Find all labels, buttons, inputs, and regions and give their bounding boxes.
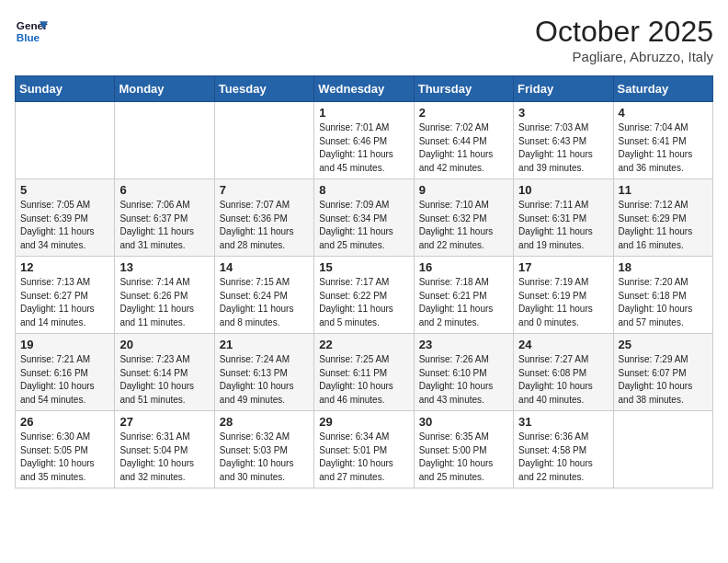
- table-row: 19 Sunrise: 7:21 AMSunset: 6:16 PMDaylig…: [16, 334, 115, 411]
- header-tuesday: Tuesday: [214, 76, 313, 102]
- table-row: 27 Sunrise: 6:31 AMSunset: 5:04 PMDaylig…: [115, 411, 214, 488]
- table-row: 12 Sunrise: 7:13 AMSunset: 6:27 PMDaylig…: [16, 257, 115, 334]
- day-number: 16: [419, 260, 508, 274]
- day-number: 10: [518, 183, 608, 197]
- day-info: Sunrise: 7:12 AMSunset: 6:29 PMDaylight:…: [619, 200, 693, 250]
- day-info: Sunrise: 6:36 AMSunset: 4:58 PMDaylight:…: [518, 431, 593, 482]
- table-row: 29 Sunrise: 6:34 AMSunset: 5:01 PMDaylig…: [314, 411, 414, 488]
- day-number: 29: [319, 415, 408, 429]
- day-number: 5: [20, 183, 109, 197]
- svg-text:Blue: Blue: [17, 31, 40, 43]
- header-friday: Friday: [514, 76, 613, 102]
- day-number: 22: [319, 338, 408, 351]
- day-info: Sunrise: 7:13 AMSunset: 6:27 PMDaylight:…: [20, 277, 95, 327]
- day-info: Sunrise: 7:26 AMSunset: 6:10 PMDaylight:…: [419, 354, 494, 405]
- table-row: 8 Sunrise: 7:09 AMSunset: 6:34 PMDayligh…: [314, 179, 414, 257]
- day-number: 28: [220, 415, 309, 429]
- day-info: Sunrise: 7:15 AMSunset: 6:24 PMDaylight:…: [220, 277, 294, 327]
- header-wednesday: Wednesday: [314, 76, 414, 102]
- day-number: 2: [419, 106, 508, 120]
- day-info: Sunrise: 7:01 AMSunset: 6:46 PMDaylight:…: [319, 122, 393, 173]
- table-row: 4 Sunrise: 7:04 AMSunset: 6:41 PMDayligh…: [613, 102, 712, 179]
- day-number: 12: [20, 260, 109, 274]
- day-number: 27: [119, 415, 209, 429]
- day-info: Sunrise: 7:14 AMSunset: 6:26 PMDaylight:…: [119, 277, 194, 327]
- day-number: 17: [518, 260, 608, 274]
- header-thursday: Thursday: [414, 76, 513, 102]
- calendar-week-row: 1 Sunrise: 7:01 AMSunset: 6:46 PMDayligh…: [16, 102, 713, 179]
- table-row: 10 Sunrise: 7:11 AMSunset: 6:31 PMDaylig…: [514, 179, 613, 257]
- table-row: 17 Sunrise: 7:19 AMSunset: 6:19 PMDaylig…: [514, 257, 613, 334]
- day-number: 31: [518, 415, 608, 429]
- table-row: [214, 102, 313, 179]
- table-row: 9 Sunrise: 7:10 AMSunset: 6:32 PMDayligh…: [414, 179, 513, 257]
- table-row: 5 Sunrise: 7:05 AMSunset: 6:39 PMDayligh…: [16, 179, 115, 257]
- day-info: Sunrise: 7:20 AMSunset: 6:18 PMDaylight:…: [619, 277, 693, 327]
- day-number: 15: [319, 260, 408, 274]
- day-info: Sunrise: 7:18 AMSunset: 6:21 PMDaylight:…: [419, 277, 494, 327]
- day-number: 4: [619, 106, 708, 120]
- day-number: 25: [619, 338, 708, 351]
- day-number: 21: [220, 338, 309, 351]
- day-info: Sunrise: 7:04 AMSunset: 6:41 PMDaylight:…: [619, 122, 693, 173]
- day-info: Sunrise: 7:07 AMSunset: 6:36 PMDaylight:…: [220, 200, 294, 250]
- day-info: Sunrise: 7:19 AMSunset: 6:19 PMDaylight:…: [518, 277, 593, 327]
- title-block: October 2025 Pagliare, Abruzzo, Italy: [535, 15, 713, 64]
- day-number: 30: [419, 415, 508, 429]
- page-header: General Blue October 2025 Pagliare, Abru…: [15, 15, 713, 64]
- table-row: 6 Sunrise: 7:06 AMSunset: 6:37 PMDayligh…: [115, 179, 214, 257]
- day-info: Sunrise: 7:23 AMSunset: 6:14 PMDaylight:…: [119, 354, 194, 405]
- table-row: 20 Sunrise: 7:23 AMSunset: 6:14 PMDaylig…: [115, 334, 214, 411]
- day-info: Sunrise: 7:27 AMSunset: 6:08 PMDaylight:…: [518, 354, 593, 405]
- table-row: 31 Sunrise: 6:36 AMSunset: 4:58 PMDaylig…: [514, 411, 613, 488]
- day-info: Sunrise: 7:21 AMSunset: 6:16 PMDaylight:…: [20, 354, 95, 405]
- table-row: 14 Sunrise: 7:15 AMSunset: 6:24 PMDaylig…: [214, 257, 313, 334]
- day-number: 24: [518, 338, 608, 351]
- day-info: Sunrise: 6:35 AMSunset: 5:00 PMDaylight:…: [419, 431, 494, 482]
- table-row: 1 Sunrise: 7:01 AMSunset: 6:46 PMDayligh…: [314, 102, 414, 179]
- table-row: [613, 411, 712, 488]
- day-info: Sunrise: 7:06 AMSunset: 6:37 PMDaylight:…: [119, 200, 194, 250]
- calendar-week-row: 19 Sunrise: 7:21 AMSunset: 6:16 PMDaylig…: [16, 334, 713, 411]
- day-number: 11: [619, 183, 708, 197]
- day-number: 3: [518, 106, 608, 120]
- day-info: Sunrise: 7:25 AMSunset: 6:11 PMDaylight:…: [319, 354, 393, 405]
- calendar-week-row: 5 Sunrise: 7:05 AMSunset: 6:39 PMDayligh…: [16, 179, 713, 257]
- day-number: 9: [419, 183, 508, 197]
- table-row: [16, 102, 115, 179]
- day-info: Sunrise: 7:11 AMSunset: 6:31 PMDaylight:…: [518, 200, 593, 250]
- header-saturday: Saturday: [613, 76, 712, 102]
- calendar-table: Sunday Monday Tuesday Wednesday Thursday…: [15, 75, 713, 488]
- day-info: Sunrise: 7:24 AMSunset: 6:13 PMDaylight:…: [220, 354, 294, 405]
- table-row: 15 Sunrise: 7:17 AMSunset: 6:22 PMDaylig…: [314, 257, 414, 334]
- calendar-header-row: Sunday Monday Tuesday Wednesday Thursday…: [16, 76, 713, 102]
- day-number: 19: [20, 338, 109, 351]
- table-row: 23 Sunrise: 7:26 AMSunset: 6:10 PMDaylig…: [414, 334, 513, 411]
- calendar-week-row: 12 Sunrise: 7:13 AMSunset: 6:27 PMDaylig…: [16, 257, 713, 334]
- day-info: Sunrise: 7:03 AMSunset: 6:43 PMDaylight:…: [518, 122, 593, 173]
- day-number: 8: [319, 183, 408, 197]
- table-row: 13 Sunrise: 7:14 AMSunset: 6:26 PMDaylig…: [115, 257, 214, 334]
- table-row: 18 Sunrise: 7:20 AMSunset: 6:18 PMDaylig…: [613, 257, 712, 334]
- day-number: 23: [419, 338, 508, 351]
- calendar-week-row: 26 Sunrise: 6:30 AMSunset: 5:05 PMDaylig…: [16, 411, 713, 488]
- table-row: 26 Sunrise: 6:30 AMSunset: 5:05 PMDaylig…: [16, 411, 115, 488]
- day-number: 6: [119, 183, 209, 197]
- day-info: Sunrise: 7:10 AMSunset: 6:32 PMDaylight:…: [419, 200, 494, 250]
- table-row: 24 Sunrise: 7:27 AMSunset: 6:08 PMDaylig…: [514, 334, 613, 411]
- logo: General Blue: [15, 15, 48, 48]
- day-info: Sunrise: 7:17 AMSunset: 6:22 PMDaylight:…: [319, 277, 393, 327]
- month-title: October 2025: [535, 15, 713, 49]
- day-info: Sunrise: 6:30 AMSunset: 5:05 PMDaylight:…: [20, 431, 95, 482]
- day-info: Sunrise: 7:29 AMSunset: 6:07 PMDaylight:…: [619, 354, 693, 405]
- day-info: Sunrise: 6:31 AMSunset: 5:04 PMDaylight:…: [119, 431, 194, 482]
- table-row: 21 Sunrise: 7:24 AMSunset: 6:13 PMDaylig…: [214, 334, 313, 411]
- table-row: [115, 102, 214, 179]
- table-row: 22 Sunrise: 7:25 AMSunset: 6:11 PMDaylig…: [314, 334, 414, 411]
- day-info: Sunrise: 6:34 AMSunset: 5:01 PMDaylight:…: [319, 431, 393, 482]
- logo-icon: General Blue: [15, 15, 48, 48]
- day-number: 20: [119, 338, 209, 351]
- day-number: 26: [20, 415, 109, 429]
- table-row: 25 Sunrise: 7:29 AMSunset: 6:07 PMDaylig…: [613, 334, 712, 411]
- day-number: 1: [319, 106, 408, 120]
